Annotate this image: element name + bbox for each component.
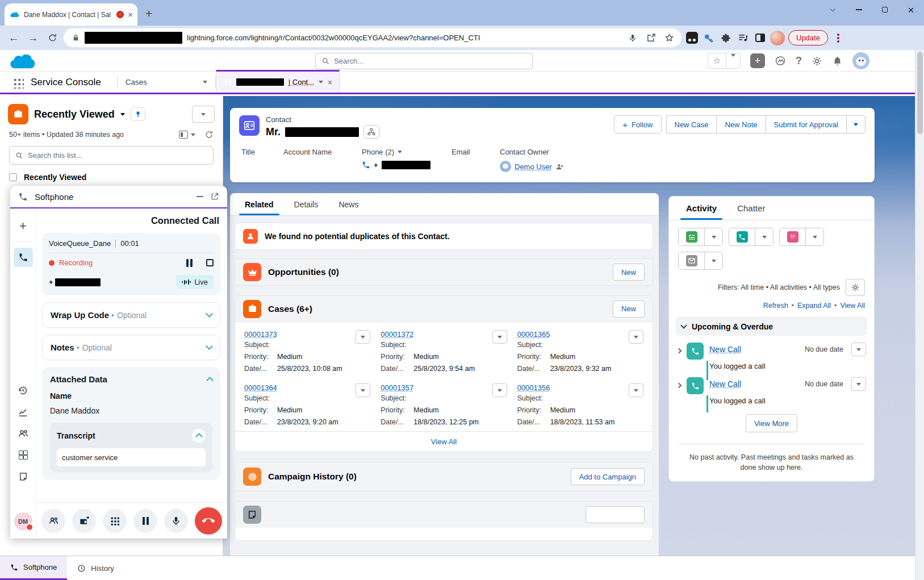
notes-icon[interactable] [14,467,33,486]
event-dropdown[interactable] [806,228,823,245]
global-actions-icon[interactable] [750,53,765,68]
nav-item-cases[interactable]: Cases [118,72,215,93]
analytics-icon[interactable] [14,402,33,422]
active-call-phone-icon[interactable] [14,248,33,267]
page-scrollbar[interactable] [915,50,924,580]
scrollbar-thumb[interactable] [917,52,923,134]
conference-icon[interactable] [41,509,65,533]
reload-button[interactable] [44,30,60,46]
more-actions-dropdown[interactable] [846,115,866,133]
app-launcher-waffle-icon[interactable] [12,77,24,89]
new-case-button[interactable]: New [613,301,645,318]
favorites-control[interactable] [708,53,741,69]
window-close-button[interactable] [898,0,924,19]
case-number-link[interactable]: 00001364 [244,383,277,392]
timeline-item-title[interactable]: New Call [709,379,741,389]
collapse-transcript-icon[interactable] [192,429,206,443]
back-button[interactable]: ← [6,30,22,46]
tab-activity[interactable]: Activity [676,197,727,220]
stop-recording-icon[interactable] [206,259,214,266]
tab-news[interactable]: News [328,193,369,215]
dialpad-icon[interactable] [103,509,127,533]
case-number-link[interactable]: 00001373 [244,330,277,339]
timeline-item-dropdown[interactable] [851,377,866,391]
case-actions-dropdown[interactable] [492,330,507,344]
case-number-link[interactable]: 00001372 [381,330,413,339]
new-call-plus-icon[interactable] [14,216,33,236]
refresh-list-icon[interactable] [204,130,214,139]
cases-view-all-link[interactable]: View All [431,437,457,446]
new-task-button[interactable] [679,228,705,245]
list-search[interactable] [9,146,214,165]
row-checkbox[interactable] [9,173,17,181]
list-search-input[interactable] [28,151,207,160]
new-note-button[interactable]: New Note [716,115,765,133]
trailhead-icon[interactable] [775,55,786,66]
window-minimize-button[interactable] [846,0,872,19]
cases-title[interactable]: Cases (6+) [268,304,312,314]
case-number-link[interactable]: 00001365 [517,330,550,339]
case-number-link[interactable]: 00001356 [517,383,550,392]
owner-link[interactable]: Demo User [515,162,552,171]
list-actions-dropdown[interactable] [192,106,215,123]
global-search[interactable] [315,53,533,69]
new-tab-button[interactable] [145,7,152,20]
timeline-item-title[interactable]: New Call [709,345,741,354]
mic-icon[interactable] [626,31,639,45]
view-all-link[interactable]: View All [840,302,865,310]
bookmark-star-icon[interactable] [662,31,676,45]
expand-item-icon[interactable] [676,348,682,354]
reading-list-icon[interactable] [736,31,750,45]
pause-recording-icon[interactable] [186,259,193,267]
section-collapse-icon[interactable] [680,322,687,328]
browser-menu-kebab-icon[interactable] [831,31,845,45]
expand-wrapup-icon[interactable] [206,310,213,318]
call-history-icon[interactable] [14,381,33,400]
add-to-campaign-button[interactable]: Add to Campaign [571,468,645,485]
notifications-bell-icon[interactable] [832,56,843,66]
agent-avatar[interactable]: DM [14,512,32,531]
contacts-icon[interactable] [14,424,33,443]
new-case-button[interactable]: New Case [666,115,717,133]
extension-key-icon[interactable] [702,31,716,45]
transfer-call-icon[interactable] [72,509,96,533]
collapse-attached-icon[interactable] [206,377,214,384]
case-actions-dropdown[interactable] [629,330,643,344]
timeline-item-dropdown[interactable] [851,343,866,356]
task-dropdown[interactable] [705,228,722,245]
tab-close-icon[interactable] [128,10,133,19]
upcoming-overdue-section[interactable]: Upcoming & Overdue [676,317,867,336]
window-maximize-button[interactable] [872,0,898,19]
tab-dropdown-icon[interactable] [319,81,323,86]
email-button[interactable] [679,252,705,269]
forward-button[interactable]: → [25,30,41,46]
log-a-call-button[interactable] [729,228,755,245]
address-bar[interactable]: lightning.force.com/lightning/r/Contact/… [64,28,681,47]
expand-notes-icon[interactable] [206,343,213,350]
activity-settings-gear-icon[interactable] [846,279,865,296]
global-search-input[interactable] [334,57,526,65]
workspace-tab-contact[interactable]: | Cont... [216,70,340,93]
case-number-link[interactable]: 00001357 [381,383,413,392]
tab-close-icon[interactable] [328,78,332,86]
display-as-icon[interactable] [179,131,195,139]
hold-call-icon[interactable] [133,509,157,533]
opportunities-title[interactable]: Opportunities (0) [268,267,339,277]
clipped-card-button[interactable] [586,506,645,523]
case-actions-dropdown[interactable] [356,383,370,397]
mute-mic-icon[interactable] [164,509,188,533]
expand-item-icon[interactable] [676,383,682,389]
browser-tab[interactable]: Dane Maddox | Contact | Sal [5,3,137,26]
tab-related[interactable]: Related [235,193,284,215]
refresh-link[interactable]: Refresh [763,302,788,310]
utility-softphone-tab[interactable]: Softphone [0,556,67,580]
help-icon[interactable] [796,55,802,67]
tab-details[interactable]: Details [284,193,329,215]
setup-gear-icon[interactable] [812,56,822,66]
popout-icon[interactable] [210,192,219,201]
case-actions-dropdown[interactable] [356,330,370,344]
apps-grid-icon[interactable] [14,445,33,465]
submit-for-approval-button[interactable]: Submit for Approval [766,115,846,133]
call-dropdown[interactable] [755,228,773,245]
tab-chatter[interactable]: Chatter [727,197,775,220]
